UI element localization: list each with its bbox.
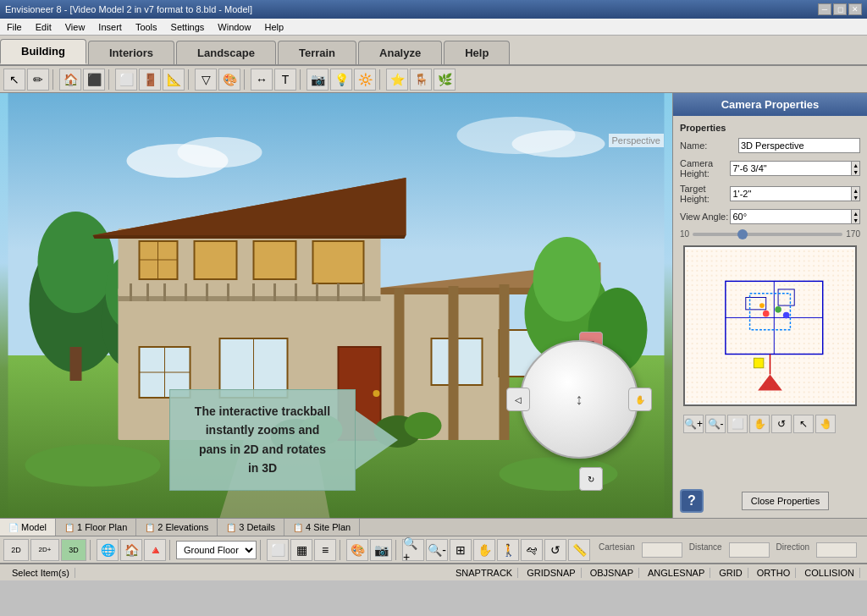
select-tool[interactable]: ↖ bbox=[3, 69, 25, 91]
svg-point-56 bbox=[533, 237, 601, 322]
zoom-in-btn[interactable]: 🔍+ bbox=[402, 539, 424, 561]
door-tool[interactable]: 🚪 bbox=[139, 69, 161, 91]
target-height-input[interactable] bbox=[730, 186, 852, 201]
plant-tool[interactable]: 🌿 bbox=[434, 69, 456, 91]
view-globe-btn[interactable]: 🌐 bbox=[97, 539, 119, 561]
camera-tool[interactable]: 📷 bbox=[306, 69, 329, 91]
fly-btn[interactable]: 🛩 bbox=[521, 539, 543, 561]
view-3d-btn[interactable]: 3D bbox=[61, 539, 86, 561]
render-tool[interactable]: 🔆 bbox=[354, 69, 376, 91]
light-tool[interactable]: 💡 bbox=[330, 69, 352, 91]
minimize-button[interactable]: ─ bbox=[818, 3, 831, 15]
menu-view[interactable]: View bbox=[58, 20, 92, 34]
view-2d-btn[interactable]: 2D bbox=[3, 539, 29, 561]
ceiling-btn[interactable]: ▦ bbox=[290, 539, 312, 561]
viewport[interactable]: Perspective The interactive trackball in… bbox=[0, 93, 672, 518]
measure-btn[interactable]: 📏 bbox=[568, 539, 590, 561]
menu-help[interactable]: Help bbox=[257, 20, 290, 34]
map-select[interactable]: ↖ bbox=[793, 415, 814, 433]
target-spinner-up[interactable]: ▲ bbox=[852, 187, 859, 194]
dimension-tool[interactable]: ↔ bbox=[251, 69, 273, 91]
bottom-tab-floor-plan[interactable]: 📋 1 Floor Plan bbox=[56, 519, 136, 536]
tab-building[interactable]: Building bbox=[0, 39, 86, 64]
view-angle-btn[interactable]: 🔺 bbox=[144, 539, 166, 561]
trackball-circle[interactable]: ◁ ✋ ↕ bbox=[520, 340, 638, 459]
minimap[interactable] bbox=[683, 245, 857, 406]
pan-btn[interactable]: ✋ bbox=[473, 539, 495, 561]
menu-settings[interactable]: Settings bbox=[164, 20, 212, 34]
status-collision[interactable]: COLLISION bbox=[799, 568, 860, 578]
tab-help[interactable]: Help bbox=[444, 41, 510, 64]
map-rotate[interactable]: ↺ bbox=[771, 415, 792, 433]
name-input[interactable] bbox=[738, 138, 860, 153]
menu-edit[interactable]: Edit bbox=[29, 20, 58, 34]
status-gridsnap[interactable]: GRIDSNAP bbox=[522, 568, 581, 578]
trackball-rotate-btn[interactable]: ↻ bbox=[579, 467, 603, 491]
view-angle-spinner-down[interactable]: ▼ bbox=[852, 217, 859, 223]
map-zoom-out[interactable]: 🔍- bbox=[705, 415, 726, 433]
tab-terrain[interactable]: Terrain bbox=[278, 41, 356, 64]
close-button[interactable]: ✕ bbox=[848, 3, 862, 15]
close-properties-button[interactable]: Close Properties bbox=[742, 492, 829, 510]
spinner-up[interactable]: ▲ bbox=[852, 162, 859, 168]
floor-selector[interactable]: Ground Floor 1st Floor 2nd Floor Roof bbox=[176, 541, 257, 559]
camera-height-input[interactable] bbox=[730, 161, 852, 176]
restore-button[interactable]: ◻ bbox=[833, 3, 847, 15]
map-fit[interactable]: ⬜ bbox=[727, 415, 748, 433]
stair-tool[interactable]: 📐 bbox=[163, 69, 185, 91]
tab-analyze[interactable]: Analyze bbox=[358, 41, 442, 64]
orbit-btn[interactable]: ↺ bbox=[544, 539, 566, 561]
target-height-spinner[interactable]: ▲ ▼ bbox=[852, 186, 860, 201]
menu-insert[interactable]: Insert bbox=[91, 20, 129, 34]
map-zoom-in[interactable]: 🔍+ bbox=[683, 415, 704, 433]
tab-interiors[interactable]: Interiors bbox=[88, 41, 174, 64]
target-spinner-down[interactable]: ▼ bbox=[852, 194, 859, 201]
bottom-tab-details[interactable]: 📋 3 Details bbox=[218, 519, 284, 536]
map-hand[interactable]: 🤚 bbox=[815, 415, 836, 433]
house-tool[interactable]: 🏠 bbox=[59, 69, 81, 91]
bottom-tab-site-plan[interactable]: 📋 4 Site Plan bbox=[284, 519, 360, 536]
bottom-tab-model[interactable]: 📄 Model bbox=[0, 519, 56, 536]
menu-window[interactable]: Window bbox=[211, 20, 257, 34]
trackball-widget[interactable]: 3D ≡ ⊞ ◁ ✋ ↕ 🔍 🌐 ↻ bbox=[511, 332, 647, 467]
camera-height-spinner[interactable]: ▲ ▼ bbox=[852, 161, 860, 176]
material-tool[interactable]: 🎨 bbox=[218, 69, 240, 91]
menu-file[interactable]: File bbox=[0, 20, 29, 34]
view-house-btn[interactable]: 🏠 bbox=[120, 539, 142, 561]
angle-slider-thumb[interactable] bbox=[737, 229, 748, 239]
status-grid[interactable]: GRID bbox=[714, 568, 748, 578]
bottom-tab-elevations[interactable]: 📋 2 Elevations bbox=[136, 519, 218, 536]
menu-tools[interactable]: Tools bbox=[129, 20, 164, 34]
camera-nav-btn[interactable]: 📷 bbox=[370, 539, 392, 561]
status-objsnap[interactable]: OBJSNAP bbox=[585, 568, 639, 578]
floor-btn[interactable]: ≡ bbox=[314, 539, 336, 561]
wall-display-btn[interactable]: ⬜ bbox=[267, 539, 289, 561]
angle-slider-track[interactable] bbox=[693, 233, 842, 236]
zoom-out-btn[interactable]: 🔍- bbox=[426, 539, 448, 561]
status-anglesnap[interactable]: ANGLESNAP bbox=[643, 568, 710, 578]
draw-tool[interactable]: ✏ bbox=[27, 69, 49, 91]
view-angle-spinner-up[interactable]: ▲ bbox=[852, 210, 859, 217]
status-snaptrack[interactable]: SNAPTRACK bbox=[450, 568, 518, 578]
trackball-right-btn[interactable]: ✋ bbox=[628, 388, 652, 411]
view-angle-input[interactable] bbox=[730, 209, 852, 224]
zoom-fit-btn[interactable]: ⊞ bbox=[450, 539, 472, 561]
map-pan[interactable]: ✋ bbox=[749, 415, 770, 433]
window-tool[interactable]: ⬜ bbox=[115, 69, 137, 91]
status-ortho[interactable]: ORTHO bbox=[752, 568, 797, 578]
trackball-left-btn[interactable]: ◁ bbox=[506, 388, 530, 411]
walk-btn[interactable]: 🚶 bbox=[497, 539, 519, 561]
wall-tool[interactable]: ⬛ bbox=[83, 69, 105, 91]
tab-landscape[interactable]: Landscape bbox=[176, 41, 276, 64]
view-angle-spinner[interactable]: ▲ ▼ bbox=[852, 209, 860, 224]
roof-tool[interactable]: ▽ bbox=[195, 69, 217, 91]
title-text: Envisioneer 8 - [Video Model 2 in v7 for… bbox=[5, 4, 252, 14]
furniture-tool[interactable]: 🪑 bbox=[410, 69, 432, 91]
symbol-tool[interactable]: ⭐ bbox=[386, 69, 408, 91]
texture-btn[interactable]: 🎨 bbox=[346, 539, 368, 561]
text-tool[interactable]: T bbox=[274, 69, 296, 91]
toolbar-sep-5 bbox=[300, 69, 303, 90]
help-button[interactable]: ? bbox=[680, 489, 704, 513]
view-2d-dim-btn[interactable]: 2D+ bbox=[30, 539, 59, 561]
spinner-down[interactable]: ▼ bbox=[852, 168, 859, 175]
